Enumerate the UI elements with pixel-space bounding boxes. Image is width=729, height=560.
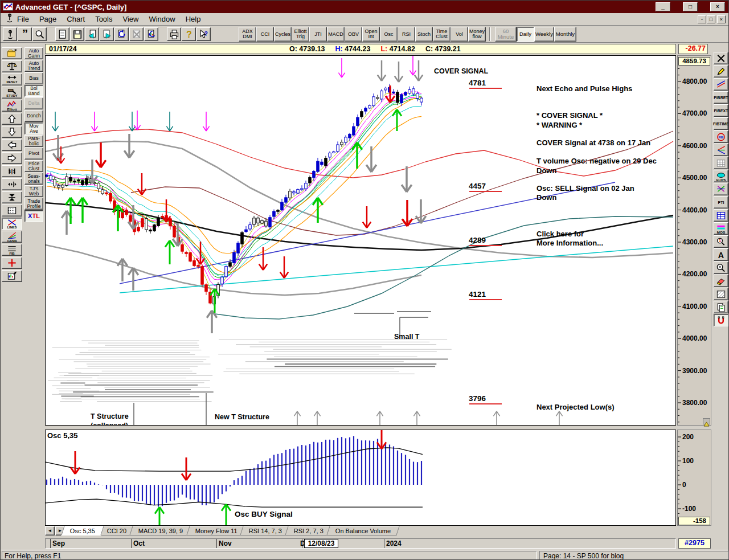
study-tjs-web-button[interactable]: TJ'sWeb <box>24 185 43 197</box>
tool-bar-width-button[interactable] <box>2 178 22 190</box>
timeline-highlight-date[interactable]: 12/08/23 <box>304 539 338 548</box>
draw-text-tool-button[interactable]: A <box>714 248 728 261</box>
pin-icon[interactable] <box>4 13 12 26</box>
draw-fib-ret-button[interactable]: FIBRET <box>714 91 728 104</box>
draw-fib-time-button[interactable]: FIBTIME <box>714 117 728 130</box>
tool-gann-button[interactable]: GANN <box>2 231 22 243</box>
tool-arrow-left-button[interactable] <box>2 139 22 151</box>
draw-ellipse-button[interactable]: ELIPS <box>714 170 728 182</box>
mdi-close-button[interactable]: × <box>717 15 726 23</box>
draw-fan-lines-button[interactable] <box>714 144 728 156</box>
tool-compress-button[interactable] <box>2 191 22 203</box>
menu-chart[interactable]: Chart <box>62 14 90 24</box>
draw-pattern-button[interactable] <box>714 288 728 300</box>
maximize-button[interactable]: □ <box>683 2 698 11</box>
draw-fib-ext-button[interactable]: FIBEXT <box>714 104 728 117</box>
menu-tools[interactable]: Tools <box>90 14 117 24</box>
tab-macd-19-39-9[interactable]: MACD 19, 39, 9 <box>130 526 193 536</box>
tab-on-balance-volume[interactable]: On Balance Volume <box>327 526 400 536</box>
toolbar-page-insert-button[interactable] <box>114 27 129 41</box>
draw-zoom-in-button[interactable] <box>714 261 728 274</box>
tool-arrow-up-button[interactable] <box>2 113 22 125</box>
draw-crossed-lines-button[interactable] <box>714 183 728 195</box>
indicator-cycles-button[interactable]: Cycles <box>274 27 292 42</box>
more-info-link[interactable]: Click here for <box>536 230 584 238</box>
draw-parallel-lines-button[interactable] <box>714 78 728 91</box>
tool-crosshair-plus-button[interactable] <box>2 257 22 269</box>
title-bar[interactable]: Advanced GET - [^GSPC, Daily] _ □ × <box>1 1 729 13</box>
period-weekly-button[interactable]: Weekly <box>534 27 554 42</box>
indicator-open-button[interactable]: OpenInt <box>362 27 380 42</box>
study-trade-profile-button[interactable]: TradeProfile <box>24 198 43 210</box>
indicator-time-button[interactable]: TimeClust <box>433 27 450 42</box>
tool-arrow-right-button[interactable] <box>2 152 22 164</box>
draw-pti-button[interactable]: PTI <box>714 196 728 209</box>
period-daily-button[interactable]: Daily <box>517 27 534 42</box>
toolbar-quotes-button[interactable]: ” <box>18 27 32 41</box>
study-auto-trend-button[interactable]: AutoTrend <box>24 60 43 72</box>
tool-arrow-down-button[interactable] <box>2 126 22 138</box>
toolbar-magnifier-button[interactable] <box>32 27 47 41</box>
toolbar-page-back-button[interactable] <box>85 27 99 41</box>
tool-export-chart-button[interactable] <box>2 270 22 282</box>
draw-fib-circle-button[interactable]: FIB <box>714 130 728 143</box>
study-price-clust-button[interactable]: PriceClust <box>24 160 43 172</box>
indicator-jti-button[interactable]: JTI <box>309 27 327 42</box>
time-axis[interactable]: SepOctNovD12/08/232024 <box>45 538 676 549</box>
menu-page[interactable]: Page <box>34 14 62 24</box>
toolbar-context-help-button[interactable]: ? <box>196 27 211 41</box>
indicator-obv-button[interactable]: OBV <box>345 27 362 42</box>
toolbar-page-forward-button[interactable] <box>100 27 114 41</box>
price-scale[interactable]: 4859.73 4800.004700.004600.004500.004400… <box>677 55 711 426</box>
draw-mob-button[interactable]: MOB <box>714 222 728 235</box>
tab-osc-5-35[interactable]: Osc 5,35 <box>61 526 104 536</box>
period-60-minute-button[interactable]: 60Minute <box>495 27 517 42</box>
menu-view[interactable]: View <box>117 14 144 24</box>
indicator-macd-button[interactable]: MACD <box>327 27 345 42</box>
draw-magnet-button[interactable] <box>714 314 728 326</box>
study-auto-gann-button[interactable]: AutoGann <box>24 47 43 59</box>
menu-window[interactable]: Window <box>144 14 180 24</box>
mdi-minimize-button[interactable]: - <box>698 15 706 23</box>
study-xtl-button[interactable]: XTL <box>24 210 43 222</box>
menu-help[interactable]: Help <box>181 14 206 24</box>
tab-rsi-2-7-3[interactable]: RSI 2, 7, 3 <box>285 526 333 536</box>
study-donch-button[interactable]: Donch <box>24 110 43 122</box>
tool-open-chart-button[interactable] <box>2 47 22 59</box>
draw-eraser-button[interactable] <box>714 275 728 287</box>
toolbar-print-button[interactable] <box>167 27 181 41</box>
tool-bar-spacing-button[interactable]: 1|1 <box>2 165 22 177</box>
tool-fib-lines-button[interactable]: FIB <box>2 244 22 256</box>
tool-lines-button[interactable]: LINES <box>2 218 22 230</box>
draw-table-grid-button[interactable] <box>714 209 728 222</box>
toolbar-new-page-button[interactable] <box>55 27 69 41</box>
indicator-elliott-button[interactable]: ElliottTrig <box>292 27 309 42</box>
draw-pencil-button[interactable] <box>714 65 728 77</box>
toolbar-page-delete-button[interactable] <box>129 27 144 41</box>
study-bol-band-button[interactable]: BolBand <box>24 85 43 97</box>
minimize-button[interactable]: _ <box>656 2 670 11</box>
study-seas--onals-button[interactable]: Seas-onals <box>24 173 43 185</box>
tab-scroll-left[interactable]: ◄ <box>45 526 55 536</box>
scale-grip-icon[interactable] <box>703 418 710 424</box>
indicator-stoch-button[interactable]: Stoch <box>415 27 433 42</box>
indicator-money-button[interactable]: Moneyflow <box>468 27 486 42</box>
toolbar-page-settings-button[interactable] <box>144 27 158 41</box>
indicator-adx-button[interactable]: ADXDMI <box>239 27 256 42</box>
study-delta-button[interactable]: Delta <box>24 97 43 109</box>
mdi-restore-button[interactable]: □ <box>707 15 715 23</box>
study-para--bolic-button[interactable]: Para-bolic <box>24 135 43 147</box>
toolbar-save-button[interactable] <box>70 27 84 41</box>
tool-grid-pattern-button[interactable] <box>2 205 22 216</box>
draw-grid-button[interactable] <box>714 157 728 169</box>
indicator-vol-button[interactable]: Vol <box>450 27 468 42</box>
oscillator-scale[interactable]: 2001000-100 -158 <box>677 430 711 526</box>
draw-value-finder-button[interactable]: 1 <box>714 235 728 248</box>
tool-reset-button[interactable]: RESET <box>2 73 22 85</box>
menu-file[interactable]: File <box>12 14 34 24</box>
toolbar-question-button[interactable]: ? <box>182 27 196 41</box>
period-monthly-button[interactable]: Monthly <box>554 27 576 42</box>
study-pivot-button[interactable]: Pivot <box>24 148 43 160</box>
tool-scales-button[interactable] <box>2 60 22 72</box>
draw-copy-pages-button[interactable] <box>714 301 728 313</box>
